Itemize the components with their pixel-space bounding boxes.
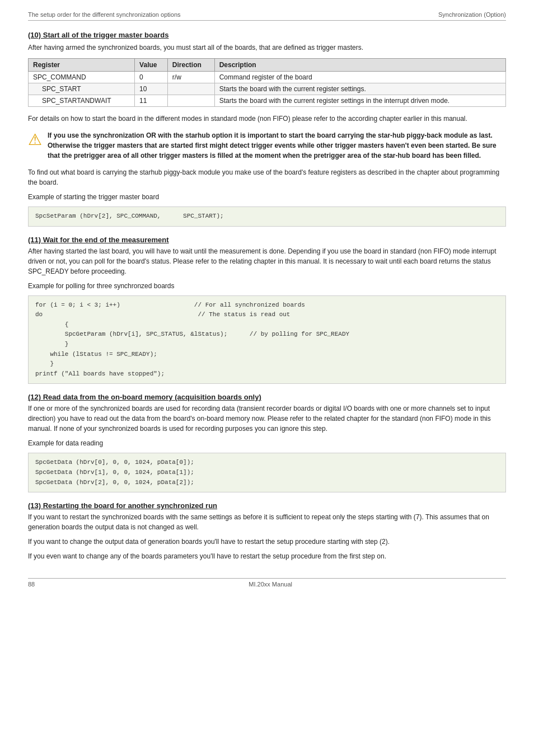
header-left: The setup order for the different synchr… — [28, 11, 181, 18]
section-11-title: (11) Wait for the end of the measurement — [28, 236, 506, 244]
register-cell: SPC_STARTANDWAIT — [29, 95, 135, 107]
section-12-intro: If one or more of the synchronized board… — [28, 403, 506, 434]
col-direction: Direction — [167, 59, 214, 72]
register-cell: SPC_START — [29, 83, 135, 95]
section-12-code: SpcGetData (hDrv[0], 0, 0, 1024, pData[0… — [28, 453, 506, 492]
warning-icon: ⚠ — [28, 130, 42, 149]
section-10-body1: For details on how to start the board in… — [28, 114, 506, 124]
description-cell: Command register of the board — [214, 72, 505, 83]
section-12-title: (12) Read data from the on-board memory … — [28, 393, 506, 401]
page-header: The setup order for the different synchr… — [28, 11, 506, 21]
section-13-title: (13) Restarting the board for another sy… — [28, 501, 506, 510]
col-register: Register — [29, 59, 135, 72]
footer-center: MI.20xx Manual — [249, 581, 292, 588]
section-13-para1: If you want to restart the synchronized … — [28, 512, 506, 532]
warning-text: If you use the synchronization OR with t… — [48, 130, 506, 161]
section-10: (10) Start all of the trigger master boa… — [28, 31, 506, 227]
section-13: (13) Restarting the board for another sy… — [28, 501, 506, 561]
value-cell: 10 — [135, 83, 168, 95]
direction-cell — [167, 83, 214, 95]
section-11-example-label: Example for polling for three synchronze… — [28, 281, 506, 291]
section-13-para2: If you want to change the output data of… — [28, 537, 506, 547]
table-row: SPC_COMMAND 0 r/w Command register of th… — [29, 72, 506, 83]
header-right: Synchronization (Option) — [438, 11, 506, 18]
section-13-para3: If you even want to change any of the bo… — [28, 551, 506, 561]
section-12-example-label: Example for data reading — [28, 438, 506, 448]
direction-cell: r/w — [167, 72, 214, 83]
section-10-title: (10) Start all of the trigger master boa… — [28, 31, 506, 39]
value-cell: 11 — [135, 95, 168, 107]
table-row: SPC_STARTANDWAIT 11 Starts the board wit… — [29, 95, 506, 107]
table-row: SPC_START 10 Starts the board with the c… — [29, 83, 506, 95]
footer-left: 88 — [28, 581, 35, 588]
section-10-code: SpcSetParam (hDrv[2], SPC_COMMAND, SPC_S… — [28, 206, 506, 227]
description-cell: Starts the board with the current regist… — [214, 83, 505, 95]
section-11: (11) Wait for the end of the measurement… — [28, 236, 506, 384]
warning-strong: If you use the synchronization OR with t… — [48, 132, 496, 159]
page-footer: 88 MI.20xx Manual — [28, 578, 506, 588]
section-10-table: Register Value Direction Description SPC… — [28, 58, 506, 107]
direction-cell — [167, 95, 214, 107]
col-description: Description — [214, 59, 505, 72]
section-12: (12) Read data from the on-board memory … — [28, 393, 506, 492]
section-11-intro: After having started the last board, you… — [28, 246, 506, 276]
col-value: Value — [135, 59, 168, 72]
register-cell: SPC_COMMAND — [29, 72, 135, 83]
section-11-code: for (i = 0; i < 3; i++) // For all synch… — [28, 295, 506, 384]
section-10-intro: After having armed the synchronized boar… — [28, 43, 506, 53]
value-cell: 0 — [135, 72, 168, 83]
section-10-example-label: Example of starting the trigger master b… — [28, 192, 506, 202]
description-cell: Starts the board with the current regist… — [214, 95, 505, 107]
warning-box: ⚠ If you use the synchronization OR with… — [28, 130, 506, 161]
section-10-body2: To find out what board is carrying the s… — [28, 167, 506, 187]
